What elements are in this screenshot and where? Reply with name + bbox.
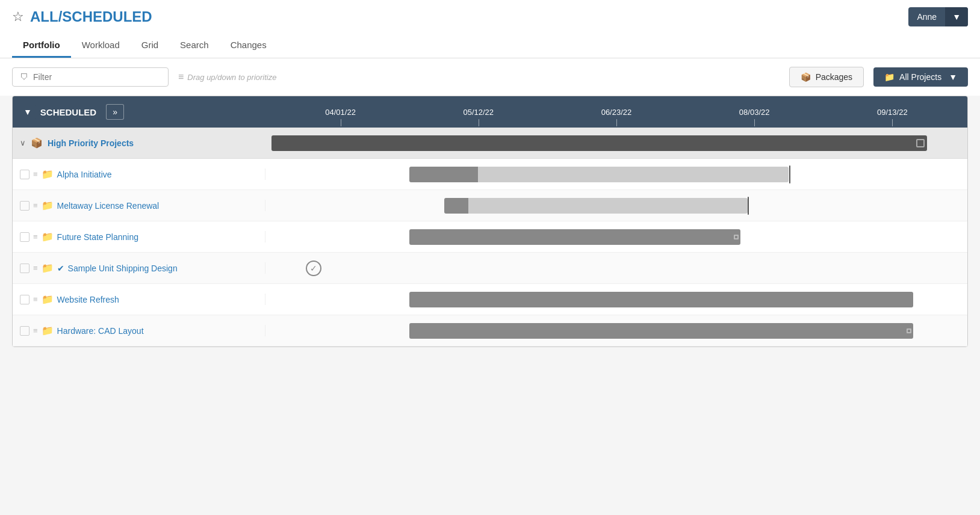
date-label-4: 08/03/22 (739, 108, 770, 117)
user-name: Anne (908, 7, 945, 26)
project-name[interactable]: Website Refresh (57, 295, 119, 304)
project-row-left: ≡ 📁 ✔ Sample Unit Shipping Design (13, 262, 265, 274)
packages-icon: 📦 (801, 72, 811, 82)
project-name[interactable]: Alpha Initiative (57, 170, 112, 179)
table-row: ≡ 📁 Hardware: CAD Layout (13, 315, 967, 347)
project-row-left: ≡ 📁 Meltaway License Renewal (13, 200, 265, 211)
project-row-left: ≡ 📁 Website Refresh (13, 294, 265, 305)
drag-hint: ≡ Drag up/down to prioritize (178, 72, 780, 82)
completed-check-icon: ✔ (57, 264, 64, 273)
table-row: ≡ 📁 Future State Planning (13, 221, 967, 253)
app-header: ☆ ALL/SCHEDULED Anne ▼ Portfolio Workloa… (0, 0, 980, 58)
tab-portfolio[interactable]: Portfolio (12, 34, 71, 58)
group-row-bar (265, 135, 967, 151)
drag-hint-text: Drag up/down to prioritize (187, 73, 276, 82)
toolbar: ⛉ ≡ Drag up/down to prioritize 📦 Package… (0, 58, 980, 96)
date-label-5: 09/13/22 (877, 108, 908, 117)
project-checkbox[interactable] (20, 170, 29, 179)
table-row: ≡ 📁 Alpha Initiative (13, 159, 967, 190)
project-bar-area (265, 284, 967, 315)
project-checkbox[interactable] (20, 326, 29, 336)
project-checkbox[interactable] (20, 295, 29, 304)
folder-icon: 📁 (42, 200, 54, 211)
group-row-high-priority: ∨ 📦 High Priority Projects (13, 128, 967, 159)
project-bar-area: ✓ (265, 253, 967, 283)
project-name[interactable]: Future State Planning (57, 232, 138, 242)
project-bar-area (265, 159, 967, 190)
expand-button[interactable]: » (106, 104, 124, 120)
packages-label: Packages (816, 72, 852, 82)
project-row-left: ≡ 📁 Alpha Initiative (13, 168, 265, 180)
group-chevron-icon[interactable]: ∨ (20, 138, 26, 147)
all-projects-icon: 📁 (884, 72, 895, 82)
group-row-left: ∨ 📦 High Priority Projects (13, 137, 265, 149)
tab-grid[interactable]: Grid (131, 34, 169, 58)
project-name[interactable]: Hardware: CAD Layout (57, 326, 144, 336)
drag-handle-icon[interactable]: ≡ (33, 201, 38, 210)
gantt-header-left: ▼ SCHEDULED » (13, 104, 265, 120)
group-gantt-bar (271, 135, 927, 151)
table-row: ≡ 📁 Website Refresh (13, 284, 967, 315)
drag-handle-icon[interactable]: ≡ (33, 295, 38, 304)
all-projects-label: All Projects (899, 72, 941, 82)
project-bar-area (265, 190, 967, 221)
gantt-bar-sample: ✓ (271, 261, 961, 276)
folder-icon: 📁 (42, 231, 54, 242)
user-dropdown-icon: ▼ (945, 7, 968, 26)
folder-icon: 📁 (42, 262, 54, 274)
project-row-left: ≡ 📁 Hardware: CAD Layout (13, 325, 265, 336)
filter-input[interactable] (33, 72, 161, 82)
project-bar-area (265, 315, 967, 346)
project-bar-area (265, 221, 967, 252)
drag-handle-icon[interactable]: ≡ (33, 170, 38, 179)
tab-changes[interactable]: Changes (220, 34, 278, 58)
tab-search[interactable]: Search (169, 34, 220, 58)
date-label-3: 06/23/22 (601, 108, 632, 117)
project-name[interactable]: Sample Unit Shipping Design (68, 264, 178, 273)
scheduled-label: SCHEDULED (40, 107, 96, 117)
table-row: ≡ 📁 Meltaway License Renewal (13, 190, 967, 221)
drag-handle-icon[interactable]: ≡ (33, 326, 38, 335)
table-row: ≡ 📁 ✔ Sample Unit Shipping Design ✓ (13, 253, 967, 284)
star-icon[interactable]: ☆ (12, 9, 24, 25)
date-label-2: 05/12/22 (463, 108, 494, 117)
date-label-1: 04/01/22 (325, 108, 356, 117)
group-name[interactable]: High Priority Projects (48, 138, 134, 148)
project-checkbox[interactable] (20, 232, 29, 242)
title-all: ALL (30, 8, 58, 25)
group-folder-icon: 📦 (31, 137, 43, 149)
all-projects-button[interactable]: 📁 All Projects ▼ (873, 67, 968, 87)
all-projects-dropdown-icon: ▼ (949, 72, 957, 82)
header-title: ☆ ALL/SCHEDULED (12, 8, 152, 25)
packages-button[interactable]: 📦 Packages (789, 67, 864, 87)
gantt-bar-website (271, 292, 961, 307)
title-scheduled: SCHEDULED (62, 8, 152, 25)
gantt-bar-hardware (271, 323, 961, 339)
gantt-bar-alpha (271, 167, 961, 182)
gantt-header: ▼ SCHEDULED » 04/01/22 05/12/22 06/23/22… (13, 96, 967, 128)
folder-icon: 📁 (42, 325, 54, 336)
gantt-bar-meltaway (271, 198, 961, 214)
project-row-left: ≡ 📁 Future State Planning (13, 231, 265, 242)
project-checkbox[interactable] (20, 264, 29, 273)
gantt-bar-future (271, 229, 961, 245)
project-name[interactable]: Meltaway License Renewal (57, 201, 160, 211)
drag-handle-icon[interactable]: ≡ (33, 264, 38, 273)
tab-workload[interactable]: Workload (71, 34, 131, 58)
check-circle-icon: ✓ (306, 261, 321, 276)
filter-input-wrap: ⛉ (12, 67, 169, 87)
collapse-button[interactable]: ▼ (20, 105, 36, 119)
drag-handle-icon[interactable]: ≡ (33, 232, 38, 241)
gantt-header-dates: 04/01/22 05/12/22 06/23/22 08/03/22 09/1… (265, 108, 967, 117)
folder-icon: 📁 (42, 168, 54, 180)
project-checkbox[interactable] (20, 201, 29, 211)
drag-lines-icon: ≡ (178, 72, 184, 82)
gantt-container: ▼ SCHEDULED » 04/01/22 05/12/22 06/23/22… (12, 96, 968, 347)
nav-tabs: Portfolio Workload Grid Search Changes (12, 34, 968, 58)
user-menu-button[interactable]: Anne ▼ (908, 7, 968, 26)
folder-icon: 📁 (42, 294, 54, 305)
filter-icon: ⛉ (20, 72, 28, 82)
